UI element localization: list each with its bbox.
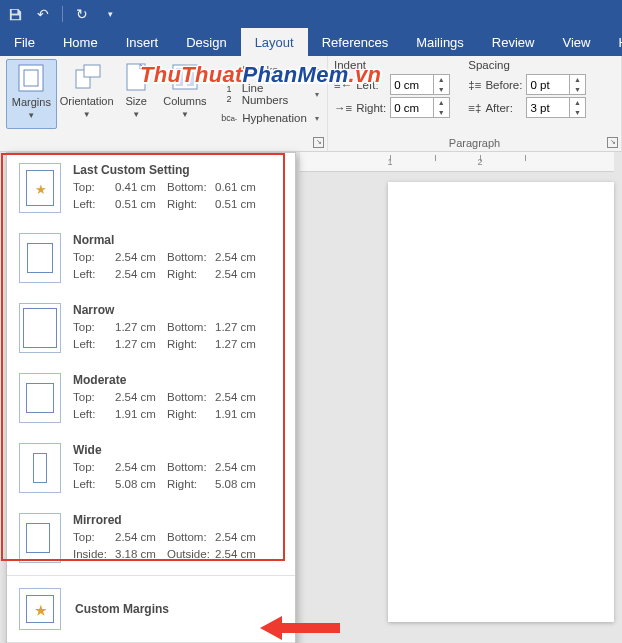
qat-separator xyxy=(62,6,63,22)
indent-left-icon: ≡← xyxy=(334,79,352,91)
columns-button[interactable]: Columns▼ xyxy=(160,59,211,129)
tab-insert[interactable]: Insert xyxy=(112,28,173,56)
svg-rect-2 xyxy=(19,65,43,91)
size-icon xyxy=(119,61,153,93)
paragraph-dialog-launcher[interactable]: ↘ xyxy=(607,137,618,148)
line-numbers-icon: 12 xyxy=(220,86,237,102)
hyphenation-icon: bca- xyxy=(220,110,238,126)
preset-thumbnail-icon xyxy=(19,513,61,563)
tab-home[interactable]: Home xyxy=(49,28,112,56)
breaks-button[interactable]: ⎯Breaks▾ xyxy=(218,59,321,81)
tab-view[interactable]: View xyxy=(548,28,604,56)
page-setup-dialog-launcher[interactable]: ↘ xyxy=(313,137,324,148)
svg-rect-8 xyxy=(176,68,183,86)
preset-thumbnail-icon: ★ xyxy=(19,163,61,213)
spacing-after-icon: ≡‡ xyxy=(468,102,481,114)
spacing-after-input[interactable]: ▲▼ xyxy=(526,97,586,118)
margins-preset-normal[interactable]: NormalTop:2.54 cmBottom:2.54 cmLeft:2.54… xyxy=(7,223,295,293)
preset-thumbnail-icon xyxy=(19,373,61,423)
columns-label: Columns xyxy=(163,95,206,107)
margins-dropdown: ★Last Custom SettingTop:0.41 cmBottom:0.… xyxy=(6,152,296,643)
svg-marker-10 xyxy=(260,616,340,640)
hyphenation-label: Hyphenation xyxy=(242,112,307,124)
columns-icon xyxy=(168,61,202,93)
margins-button[interactable]: Margins▼ xyxy=(6,59,57,129)
svg-rect-5 xyxy=(84,65,100,77)
customize-qat-icon[interactable]: ▾ xyxy=(101,5,119,23)
margins-preset-wide[interactable]: WideTop:2.54 cmBottom:2.54 cmLeft:5.08 c… xyxy=(7,433,295,503)
chevron-down-icon: ▼ xyxy=(27,111,35,120)
chevron-down-icon: ▼ xyxy=(83,110,91,119)
orientation-icon xyxy=(70,61,104,93)
group-page-setup: Margins▼ Orientation▼ Size▼ Columns▼ ⎯Br… xyxy=(0,56,328,151)
breaks-label: Breaks xyxy=(242,64,278,76)
margins-preset-mirrored[interactable]: MirroredTop:2.54 cmBottom:2.54 cmInside:… xyxy=(7,503,295,573)
margins-preset-moderate[interactable]: ModerateTop:2.54 cmBottom:2.54 cmLeft:1.… xyxy=(7,363,295,433)
preset-title: Last Custom Setting xyxy=(73,163,283,177)
document-page[interactable] xyxy=(388,182,614,622)
indent-right-icon: →≡ xyxy=(334,102,352,114)
preset-thumbnail-icon xyxy=(19,443,61,493)
line-numbers-label: Line Numbers xyxy=(242,82,311,106)
paragraph-group-label: Paragraph xyxy=(328,137,621,149)
margins-label: Margins xyxy=(12,96,51,108)
spacing-before-icon: ‡≡ xyxy=(468,79,481,91)
spacing-before-label: Before: xyxy=(485,79,522,91)
spacing-after-label: After: xyxy=(485,102,522,114)
margins-preset-last-custom-setting[interactable]: ★Last Custom SettingTop:0.41 cmBottom:0.… xyxy=(7,153,295,223)
margins-preset-narrow[interactable]: NarrowTop:1.27 cmBottom:1.27 cmLeft:1.27… xyxy=(7,293,295,363)
chevron-down-icon: ▾ xyxy=(315,66,319,75)
svg-rect-0 xyxy=(11,9,17,13)
breaks-icon: ⎯ xyxy=(220,62,238,78)
indent-right-input[interactable]: ▲▼ xyxy=(390,97,450,118)
tab-help[interactable]: Help xyxy=(604,28,622,56)
quick-access-toolbar: ↶ ↻ ▾ xyxy=(0,0,622,28)
custom-margins-header[interactable]: ★ Custom Margins xyxy=(7,578,295,640)
size-button[interactable]: Size▼ xyxy=(117,59,156,129)
margins-icon xyxy=(14,62,48,94)
redo-icon[interactable]: ↻ xyxy=(73,5,91,23)
svg-rect-9 xyxy=(187,68,194,86)
horizontal-ruler[interactable]: 1 2 xyxy=(300,152,614,172)
preset-title: Moderate xyxy=(73,373,283,387)
tab-file[interactable]: File xyxy=(0,28,49,56)
dropdown-separator xyxy=(7,575,295,576)
tab-review[interactable]: Review xyxy=(478,28,549,56)
undo-icon[interactable]: ↶ xyxy=(34,5,52,23)
spacing-before-input[interactable]: ▲▼ xyxy=(526,74,586,95)
chevron-down-icon: ▾ xyxy=(315,114,319,123)
preset-title: Mirrored xyxy=(73,513,283,527)
annotation-arrow-icon xyxy=(260,613,340,643)
indent-right-label: Right: xyxy=(356,102,386,114)
chevron-down-icon: ▼ xyxy=(181,110,189,119)
svg-rect-1 xyxy=(11,15,19,19)
preset-title: Wide xyxy=(73,443,283,457)
group-paragraph: Indent ≡←Left: ▲▼ →≡Right: ▲▼ Spacing ‡≡… xyxy=(328,56,622,151)
orientation-button[interactable]: Orientation▼ xyxy=(61,59,113,129)
chevron-down-icon: ▾ xyxy=(315,90,319,99)
orientation-label: Orientation xyxy=(60,95,114,107)
indent-left-label: Left: xyxy=(356,79,386,91)
size-label: Size xyxy=(125,95,146,107)
ribbon: Margins▼ Orientation▼ Size▼ Columns▼ ⎯Br… xyxy=(0,56,622,152)
tab-mailings[interactable]: Mailings xyxy=(402,28,478,56)
tab-references[interactable]: References xyxy=(308,28,402,56)
save-icon[interactable] xyxy=(6,5,24,23)
hyphenation-button[interactable]: bca-Hyphenation▾ xyxy=(218,107,321,129)
custom-margins-bold-label: Custom Margins xyxy=(75,602,169,616)
line-numbers-button[interactable]: 12Line Numbers▾ xyxy=(218,83,321,105)
preset-thumbnail-icon xyxy=(19,233,61,283)
document-workspace: 1 2 ★Last Custom SettingTop:0.41 cmBotto… xyxy=(0,152,622,643)
preset-title: Normal xyxy=(73,233,283,247)
chevron-down-icon: ▼ xyxy=(132,110,140,119)
indent-heading: Indent xyxy=(334,59,450,72)
ribbon-tabs: File Home Insert Design Layout Reference… xyxy=(0,28,622,56)
preset-thumbnail-icon xyxy=(19,303,61,353)
spacing-heading: Spacing xyxy=(468,59,586,72)
tab-layout[interactable]: Layout xyxy=(241,28,308,56)
preset-title: Narrow xyxy=(73,303,283,317)
indent-left-input[interactable]: ▲▼ xyxy=(390,74,450,95)
tab-design[interactable]: Design xyxy=(172,28,240,56)
